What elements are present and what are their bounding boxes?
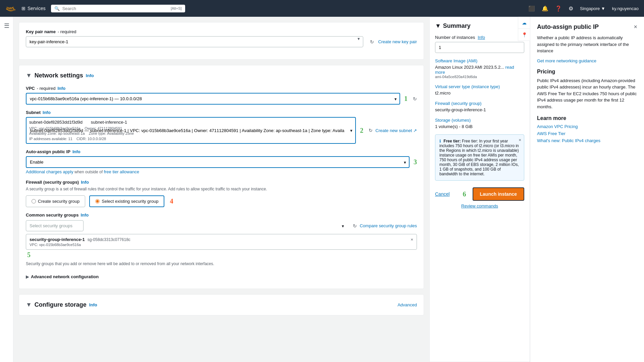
search-bar[interactable]: 🔍 [Alt+S] — [51, 5, 185, 12]
instance-type-field: Virtual server type (instance type) t2.m… — [435, 84, 524, 96]
annotation-2: 2 — [360, 127, 363, 134]
summary-storage-field: Storage (volumes) 1 volume(s) - 8 GiB — [435, 118, 524, 129]
get-more-networking-link[interactable]: Get more networking guidance — [537, 58, 637, 63]
network-settings-card: ▼ Network settings Info VPC - required I… — [19, 65, 424, 289]
num-instances-input[interactable] — [435, 42, 524, 53]
ami-label[interactable]: Software Image (AMI) — [435, 58, 524, 63]
summary-actions: Cancel 6 Launch instance Review commands — [435, 187, 524, 208]
num-instances-field: Number of instances Info — [435, 35, 524, 53]
summary-title-text: Summary — [443, 22, 471, 29]
sg-select-dropdown[interactable]: Select security groups — [26, 220, 84, 231]
network-settings-collapse[interactable]: ▼ — [26, 72, 32, 79]
services-label: Services — [28, 6, 46, 11]
sg-vpc: VPC: vpc-015b68b3ae9ce516a — [30, 243, 413, 247]
annotation-3: 3 — [414, 158, 417, 166]
vpc-select[interactable]: vpc-015b68b3ae9ce516a (vpc-inference-1) … — [26, 93, 400, 105]
configure-storage-collapse[interactable]: ▼ — [26, 301, 32, 308]
annotation-4: 4 — [170, 195, 173, 207]
subnet-refresh-button[interactable]: ↻ — [369, 128, 373, 133]
info-panel-title: Auto-assign public IP × — [537, 23, 637, 31]
auto-assign-label: Auto-assign public IP — [26, 149, 70, 154]
additional-charges-link[interactable]: Additional charges apply — [26, 169, 73, 174]
configure-storage-card: ▼ Configure storage Info Advanced — [19, 294, 424, 315]
additional-charges-text: Additional charges apply when outside of… — [26, 169, 417, 174]
sg-refresh-button[interactable]: ↻ — [353, 223, 357, 229]
user-menu[interactable]: ky.nguyencao — [612, 6, 639, 11]
bell-icon[interactable]: 🔔 — [542, 5, 548, 12]
firewall-info-link[interactable]: Info — [81, 180, 89, 185]
learn-more-section: Learn more Amazon VPC Pricing AWS Free T… — [537, 115, 637, 143]
key-pair-required: - required — [58, 29, 76, 34]
summary-firewall-value: security-group-inference-1 — [435, 107, 524, 112]
auto-assign-select[interactable]: Enable — [26, 156, 410, 168]
sidebar-toggle-button[interactable]: ☰ — [4, 22, 9, 29]
select-existing-sg-radio[interactable]: Select existing security group — [89, 195, 164, 207]
help-icon[interactable]: ❓ — [555, 5, 562, 12]
configure-storage-info-link[interactable]: Info — [89, 302, 97, 307]
select-sg-radio-input[interactable] — [95, 199, 100, 203]
vpc-refresh-button[interactable]: ↻ — [413, 96, 417, 102]
firewall-label: Firewall (security groups) — [26, 180, 79, 185]
common-sg-info-link[interactable]: Info — [80, 213, 89, 218]
summary-panel: ▼ Summary Number of instances Info Softw… — [429, 17, 530, 362]
instance-type-label[interactable]: Virtual server type (instance type) — [435, 84, 524, 89]
review-commands-link[interactable]: Review commands — [435, 203, 524, 208]
configure-storage-title: Configure storage — [35, 301, 87, 308]
configure-storage-advanced-link[interactable]: Advanced — [397, 302, 417, 307]
annotation-5: 5 — [27, 251, 31, 259]
vpc-required: - required — [37, 86, 56, 91]
side-icons: ☁ 📍 — [518, 17, 530, 41]
pricing-description: Public IPv4 addresses (including Amazon-… — [537, 77, 637, 110]
summary-firewall-label[interactable]: Firewall (security group) — [435, 101, 524, 106]
num-instances-info-button[interactable]: Info — [478, 35, 485, 40]
aws-free-tier-link[interactable]: AWS Free Tier — [537, 131, 637, 136]
sg-remove-button[interactable]: × — [411, 237, 413, 242]
auto-assign-ip-field: Auto-assign public IP Info Enable ▾ 3 Ad… — [26, 149, 417, 174]
network-settings-title: Network settings — [35, 72, 83, 79]
sg-name: security-group-inference-1 — [30, 237, 85, 242]
launch-instance-button[interactable]: Launch instance — [473, 187, 524, 201]
free-tier-notice: × ℹ Free tier: Free tier: In your first … — [435, 134, 524, 181]
common-sg-field: Common security groups Info Select secur… — [26, 213, 417, 266]
pricing-title: Pricing — [537, 69, 637, 75]
region-selector[interactable]: Singapore ▼ — [580, 6, 605, 11]
free-tier-link[interactable]: free tier allowance — [104, 169, 139, 174]
network-settings-info-link[interactable]: Info — [86, 73, 94, 78]
sg-id: sg-058dc3313c077618c — [88, 237, 130, 242]
sg-note: Security groups that you add or remove h… — [26, 261, 417, 266]
search-icon: 🔍 — [54, 6, 60, 11]
services-nav[interactable]: ⊞ Services — [21, 6, 46, 11]
vpc-info-link[interactable]: Info — [57, 86, 65, 91]
side-icon-top[interactable]: ☁ — [518, 17, 530, 29]
settings-icon[interactable]: ⚙ — [569, 5, 573, 12]
compare-sg-link[interactable]: Compare security group rules — [360, 223, 417, 228]
firewall-section: Firewall (security groups) Info A securi… — [26, 180, 417, 282]
terminal-icon[interactable]: ⬛ — [528, 5, 535, 12]
summary-storage-value: 1 volume(s) - 8 GiB — [435, 124, 524, 129]
free-tier-close-button[interactable]: × — [519, 137, 521, 142]
create-key-pair-link[interactable]: Create new key pair — [378, 39, 417, 44]
create-sg-radio-input[interactable] — [32, 199, 36, 203]
learn-more-links: Amazon VPC Pricing AWS Free Tier What's … — [537, 124, 637, 143]
sidebar-toggle: ☰ — [0, 17, 13, 362]
key-pair-refresh-button[interactable]: ↻ — [370, 39, 374, 45]
public-ipv4-charges-link[interactable]: What's new: Public IPv4 charges — [537, 138, 637, 143]
search-input[interactable] — [62, 6, 168, 11]
summary-firewall-field: Firewall (security group) security-group… — [435, 101, 524, 112]
create-subnet-link[interactable]: Create new subnet ↗ — [375, 128, 417, 133]
auto-assign-info-link[interactable]: Info — [72, 149, 80, 154]
advanced-network-toggle[interactable]: ▶ Advanced network configuration — [26, 272, 417, 282]
subnet-select[interactable]: subnet-0def82853dd1f3d9d — subnet-infere… — [26, 117, 356, 144]
amazon-vpc-pricing-link[interactable]: Amazon VPC Pricing — [537, 124, 637, 129]
nav-icons: ⬛ 🔔 ❓ ⚙ Singapore ▼ ky.nguyencao — [528, 5, 639, 12]
create-security-group-radio[interactable]: Create security group — [26, 195, 85, 207]
num-instances-label: Number of instances — [435, 35, 475, 40]
search-shortcut: [Alt+S] — [171, 6, 182, 10]
summary-storage-label[interactable]: Storage (volumes) — [435, 118, 524, 123]
info-panel-close-button[interactable]: × — [634, 23, 637, 31]
key-pair-select[interactable]: key-pair-inference-1 — [26, 36, 363, 47]
cancel-button[interactable]: Cancel — [435, 191, 450, 197]
subnet-info-link[interactable]: Info — [43, 110, 51, 115]
side-icon-bottom[interactable]: 📍 — [518, 29, 530, 41]
charges-middle-text: when outside of — [74, 170, 104, 174]
